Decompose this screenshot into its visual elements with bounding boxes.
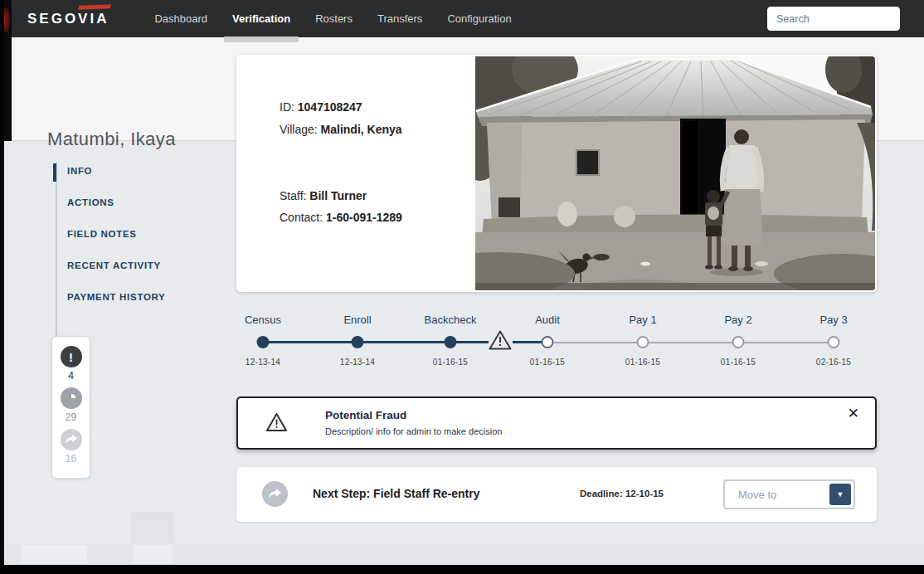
contact-row: Contact: 1-60-091-1289 (280, 211, 402, 224)
close-icon[interactable]: ✕ (848, 405, 859, 422)
stage-label: Pay 3 (819, 314, 847, 326)
sidebar-item-info[interactable]: INFO (67, 165, 166, 178)
workflow-timeline: Census 12-13-14 Enroll 12-13-14 Backchec… (236, 307, 877, 377)
brand-accent-swoosh (78, 4, 111, 9)
stage-dot-pending (637, 336, 649, 348)
nav-tab-dashboard[interactable]: Dashboard (142, 0, 220, 37)
clock-icon (61, 387, 82, 409)
stage-label: Pay 2 (724, 314, 751, 326)
alert-count: 4 (68, 370, 74, 382)
nav-tab-configuration[interactable]: Configuration (435, 0, 523, 37)
contact-label: Contact: (280, 211, 323, 224)
nav-tab-verification[interactable]: Verification (220, 0, 303, 37)
id-value: 1047108247 (298, 100, 362, 114)
forwarded-count-badge[interactable]: 16 (61, 429, 82, 465)
notification-counts-card: ! 4 29 16 (51, 336, 90, 479)
deadline-value: 12-10-15 (625, 489, 664, 499)
brand-logo[interactable]: SEGOVIA (27, 11, 109, 27)
fraud-alert-description: Description/ info for admin to make deci… (325, 426, 502, 436)
next-step-title: Next Step: Field Staff Re-entry (313, 487, 479, 500)
stage-date: 12-13-14 (340, 358, 375, 367)
next-step-card: Next Step: Field Staff Re-entry Deadline… (236, 467, 877, 522)
ghost-artifact (21, 545, 87, 563)
next-step-deadline: Deadline: 12-10-15 (580, 489, 664, 499)
pending-count-badge[interactable]: 29 (61, 387, 82, 423)
nav-tab-transfers[interactable]: Transfers (365, 0, 435, 37)
stage-dot-complete (352, 336, 364, 348)
nav-tab-rosters[interactable]: Rosters (303, 0, 365, 37)
stage-dot-complete (445, 336, 457, 348)
staff-value: Bill Turner (309, 189, 367, 202)
stage-dot-pending (542, 336, 554, 348)
stage-label: Pay 1 (629, 314, 656, 326)
beneficiary-info-card: ID: 1047108247 Village: Malindi, Kenya S… (236, 55, 877, 292)
stage-dot-pending (732, 336, 745, 348)
screen-edge-left (0, 0, 4, 574)
brand-text: SEGOVIA (27, 11, 109, 27)
staff-label: Staff: (280, 189, 306, 202)
stage-date: 01-16-15 (530, 358, 565, 367)
profile-name: Matumbi, Ikaya (47, 129, 176, 150)
forwarded-count: 16 (66, 453, 76, 465)
staff-row: Staff: Bill Turner (280, 189, 367, 202)
stage-label: Enroll (343, 314, 371, 326)
sidebar-active-indicator (53, 163, 56, 182)
top-navbar: SEGOVIA Dashboard Verification Rosters T… (0, 0, 924, 37)
deadline-label: Deadline: (580, 489, 623, 499)
id-row: ID: 1047108247 (280, 100, 362, 114)
stage-label: Census (245, 314, 281, 326)
stage-label: Backcheck (425, 314, 477, 326)
stage-dot-complete (257, 336, 270, 348)
sidebar-item-field-notes[interactable]: FIELD NOTES (67, 228, 166, 241)
app-screen: SEGOVIA Dashboard Verification Rosters T… (0, 0, 924, 574)
sidebar-item-payment-history[interactable]: PAYMENT HISTORY (67, 291, 166, 304)
village-row: Village: Malindi, Kenya (280, 123, 402, 136)
stage-date: 01-16-15 (721, 358, 756, 367)
stage-dot-pending (828, 336, 840, 348)
contact-value: 1-60-091-1289 (326, 211, 402, 224)
stage-date: 12-13-14 (246, 358, 280, 367)
fraud-alert-card: Potential Fraud Description/ info for ad… (236, 396, 877, 450)
timeline-line-pending (547, 342, 834, 343)
timeline-warning-icon[interactable] (488, 329, 513, 354)
ghost-artifact (133, 545, 173, 563)
stage-date: 01-16-15 (433, 358, 468, 367)
sidebar-item-recent-activity[interactable]: RECENT ACTIVITY (67, 260, 166, 272)
stage-date: 01-16-15 (625, 358, 660, 367)
sidebar-nav: INFO ACTIONS FIELD NOTES RECENT ACTIVITY… (67, 165, 166, 304)
alert-count-badge[interactable]: ! 4 (61, 346, 82, 382)
forward-icon (262, 481, 288, 507)
move-to-dropdown[interactable]: Move to ▼ (723, 479, 855, 509)
id-label: ID: (280, 100, 294, 114)
fraud-alert-title: Potential Fraud (325, 409, 406, 421)
move-to-label: Move to (738, 489, 776, 501)
forward-icon (61, 429, 82, 450)
stage-label: Audit (535, 314, 560, 326)
pending-count: 29 (66, 411, 76, 423)
village-label: Village: (280, 123, 318, 136)
warning-triangle-icon (265, 412, 288, 435)
primary-nav: Dashboard Verification Rosters Transfers… (142, 0, 523, 37)
village-value: Malindi, Kenya (321, 123, 402, 136)
alert-icon: ! (61, 346, 82, 367)
search-input[interactable] (767, 7, 900, 31)
chevron-down-icon[interactable]: ▼ (829, 484, 851, 505)
sidebar-item-actions[interactable]: ACTIONS (67, 197, 166, 209)
screen-edge-bottom (0, 565, 924, 574)
stage-date: 02-16-15 (816, 358, 851, 367)
beneficiary-photo (475, 56, 875, 290)
